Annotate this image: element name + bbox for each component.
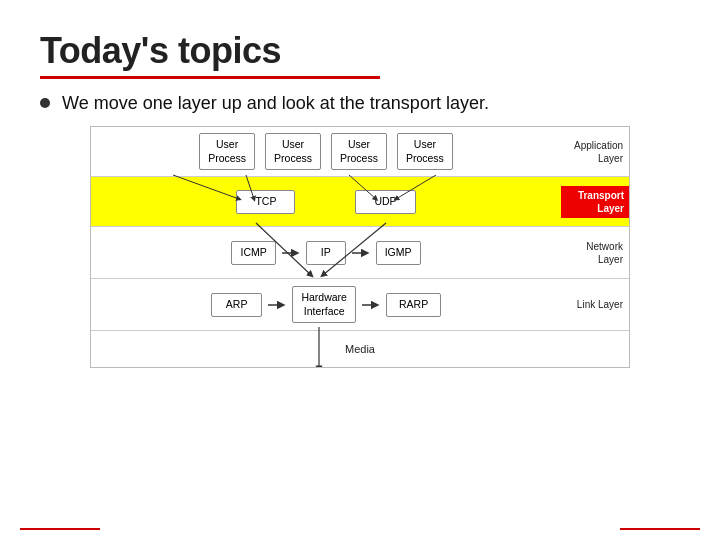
media-content: Media (91, 337, 629, 361)
icmp-box: ICMP (231, 241, 275, 265)
slide-title: Today's topics (40, 30, 680, 72)
title-underline (40, 76, 380, 79)
tcp-box: TCP (236, 190, 295, 214)
arrow-ip-igmp (352, 247, 370, 259)
network-layer-row: ICMP IP IGMP NetworkLayer (91, 227, 629, 279)
application-layer-content: UserProcess UserProcess UserProcess User… (91, 127, 561, 176)
udp-box: UDP (355, 190, 415, 214)
link-layer-label: Link Layer (561, 298, 629, 311)
network-layer-label: NetworkLayer (561, 240, 629, 266)
ip-box: IP (306, 241, 346, 265)
transport-layer-label: TransportLayer (561, 186, 629, 218)
transport-layer-content: TCP UDP (91, 184, 561, 220)
user-process-2: UserProcess (265, 133, 321, 170)
user-process-1: UserProcess (199, 133, 255, 170)
bottom-lines (0, 528, 720, 530)
application-layer-row: UserProcess UserProcess UserProcess User… (91, 127, 629, 177)
bullet-dot (40, 98, 50, 108)
arrow-icmp-ip (282, 247, 300, 259)
bullet-text: We move one layer up and look at the tra… (62, 93, 489, 114)
user-process-4: UserProcess (397, 133, 453, 170)
bottom-line-left (20, 528, 100, 530)
arrow-arp-hw (268, 299, 286, 311)
slide: Today's topics We move one layer up and … (0, 0, 720, 540)
link-layer-row: ARP HardwareInterface RARP Link Layer (91, 279, 629, 331)
bottom-line-right (620, 528, 700, 530)
transport-layer-row: TCP UDP TransportLayer (91, 177, 629, 227)
arrow-hw-rarp (362, 299, 380, 311)
link-layer-content: ARP HardwareInterface RARP (91, 280, 561, 329)
network-layer-content: ICMP IP IGMP (91, 235, 561, 271)
application-layer-label: ApplicationLayer (561, 139, 629, 165)
rarp-box: RARP (386, 293, 441, 317)
user-process-3: UserProcess (331, 133, 387, 170)
hardware-interface-box: HardwareInterface (292, 286, 356, 323)
media-label: Media (345, 343, 375, 355)
protocol-diagram: UserProcess UserProcess UserProcess User… (90, 126, 630, 368)
igmp-box: IGMP (376, 241, 421, 265)
arp-box: ARP (211, 293, 263, 317)
media-row: Media (91, 331, 629, 367)
bullet-row: We move one layer up and look at the tra… (40, 93, 680, 114)
